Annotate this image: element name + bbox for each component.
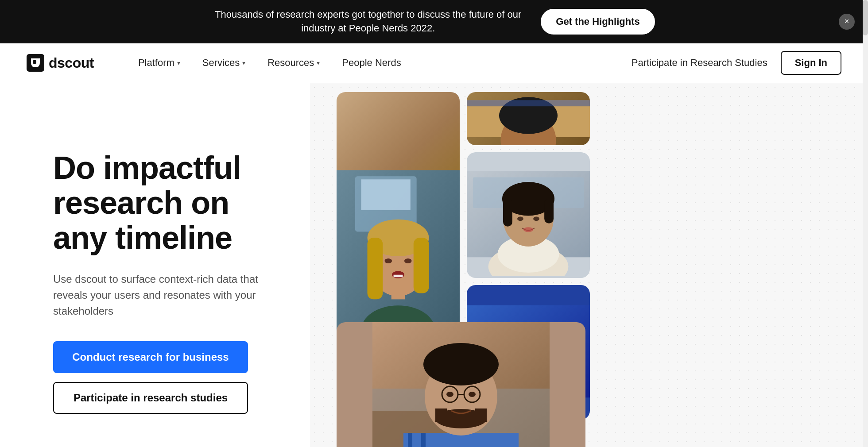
- sign-in-button[interactable]: Sign In: [781, 51, 841, 75]
- svg-rect-4: [361, 179, 411, 210]
- nav-participate-link[interactable]: Participate in Research Studies: [632, 57, 767, 69]
- svg-rect-50: [421, 433, 426, 447]
- chevron-down-icon: ▾: [317, 59, 320, 66]
- nav-services-label: Services: [202, 57, 240, 69]
- nav-people-nerds-label: People Nerds: [342, 57, 401, 69]
- svg-rect-1: [33, 60, 36, 64]
- hero-title: Do impactful research on any timeline: [53, 150, 275, 256]
- svg-rect-29: [544, 199, 554, 224]
- hero-subtitle: Use dscout to surface context-rich data …: [53, 271, 266, 319]
- nav-right: Participate in Research Studies Sign In: [632, 51, 841, 75]
- svg-rect-16: [394, 274, 403, 277]
- conduct-research-button[interactable]: Conduct research for business: [53, 341, 248, 373]
- person-photo-4: [337, 322, 585, 447]
- photo-card-top-partial: [467, 92, 590, 145]
- svg-point-60: [446, 392, 453, 397]
- banner-close-button[interactable]: ×: [839, 14, 855, 30]
- logo[interactable]: dscout: [27, 54, 94, 72]
- svg-point-32: [523, 227, 533, 232]
- nav-item-platform[interactable]: Platform ▾: [129, 53, 189, 73]
- chevron-down-icon: ▾: [242, 59, 245, 66]
- scrollbar[interactable]: [863, 0, 868, 447]
- chevron-down-icon: ▾: [177, 59, 180, 66]
- hero-left: Do impactful research on any timeline Us…: [0, 83, 310, 447]
- nav-item-people-nerds[interactable]: People Nerds: [333, 53, 410, 73]
- svg-point-30: [517, 216, 523, 221]
- nav-platform-label: Platform: [138, 57, 174, 69]
- svg-rect-28: [503, 199, 512, 227]
- nav-links: Platform ▾ Services ▾ Resources ▾ People…: [129, 53, 632, 73]
- hero-buttons: Conduct research for business Participat…: [53, 341, 248, 414]
- person-photo-2: [467, 152, 590, 276]
- svg-point-53: [423, 343, 499, 385]
- banner-text: Thousands of research experts got togeth…: [213, 8, 523, 35]
- svg-rect-20: [467, 100, 590, 106]
- person-photo-top: [467, 92, 590, 145]
- svg-rect-55: [435, 408, 447, 422]
- scrollbar-thumb[interactable]: [863, 0, 868, 35]
- svg-point-31: [533, 216, 539, 221]
- svg-rect-11: [368, 238, 383, 299]
- svg-point-13: [384, 258, 392, 263]
- logo-text: dscout: [49, 55, 94, 71]
- svg-rect-56: [475, 408, 487, 422]
- logo-icon: [27, 54, 44, 72]
- nav-item-services[interactable]: Services ▾: [194, 53, 254, 73]
- navbar: dscout Platform ▾ Services ▾ Resources ▾…: [0, 43, 868, 83]
- nav-item-resources[interactable]: Resources ▾: [259, 53, 329, 73]
- svg-rect-49: [408, 433, 412, 447]
- svg-point-61: [469, 392, 476, 397]
- nav-resources-label: Resources: [267, 57, 314, 69]
- photo-card-4: [337, 322, 585, 447]
- hero-right: [310, 83, 868, 447]
- photo-card-2: [467, 152, 590, 278]
- banner-cta-button[interactable]: Get the Highlights: [541, 9, 655, 35]
- svg-point-14: [404, 258, 412, 263]
- main-content: Do impactful research on any timeline Us…: [0, 83, 868, 447]
- announcement-banner: Thousands of research experts got togeth…: [0, 0, 868, 43]
- participate-research-button[interactable]: Participate in research studies: [53, 382, 248, 414]
- svg-rect-12: [414, 238, 429, 293]
